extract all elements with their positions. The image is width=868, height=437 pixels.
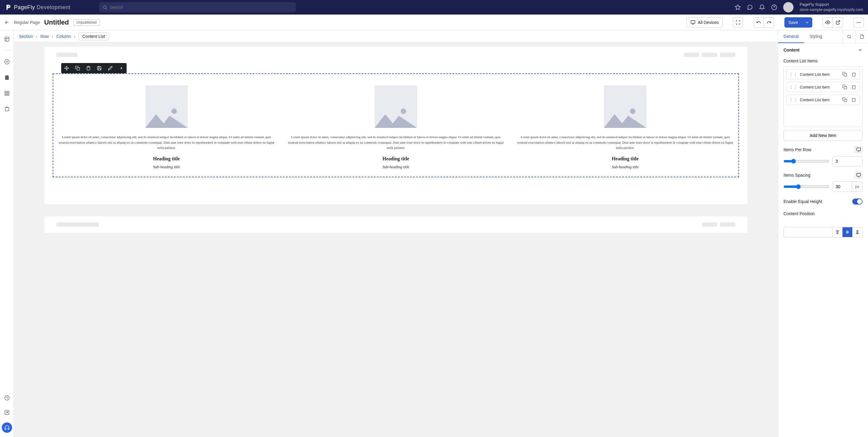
user-meta[interactable]: PageFly Support store-sample-pagefly.mys… xyxy=(800,2,863,12)
search-icon xyxy=(103,5,107,10)
bell-icon[interactable] xyxy=(759,4,765,10)
svg-rect-4 xyxy=(691,21,695,23)
user-shop-label: store-sample-pagefly.myshopify.com xyxy=(800,7,863,12)
status-badge: Unpublished xyxy=(73,19,100,26)
help-icon[interactable] xyxy=(771,4,777,10)
undo-button[interactable] xyxy=(753,17,764,28)
eye-icon xyxy=(825,20,830,25)
chevron-down-icon xyxy=(805,20,810,25)
svg-point-10 xyxy=(858,22,859,23)
save-button[interactable]: Save xyxy=(784,17,802,28)
svg-point-1 xyxy=(103,6,106,8)
redo-button[interactable] xyxy=(764,17,774,28)
svg-point-0 xyxy=(8,6,9,7)
svg-point-9 xyxy=(857,22,858,23)
page-header-bar: Regular Page Untitled Unpublished All De… xyxy=(0,14,868,30)
fullscreen-button[interactable] xyxy=(733,17,743,28)
external-link-icon xyxy=(836,20,840,25)
page-title: Untitled xyxy=(44,19,69,26)
save-dropdown-button[interactable] xyxy=(802,17,812,28)
brand-logo[interactable]: PageFly Development xyxy=(5,4,70,10)
top-navbar: PageFly Development PageFly Support stor… xyxy=(0,0,868,14)
search-input[interactable] xyxy=(110,5,292,10)
redo-icon xyxy=(767,20,771,25)
more-button[interactable] xyxy=(854,17,864,28)
back-arrow-icon[interactable] xyxy=(4,20,10,25)
desktop-icon xyxy=(690,20,695,25)
star-icon[interactable] xyxy=(735,4,741,10)
user-name-label: PageFly Support xyxy=(800,2,863,7)
svg-point-7 xyxy=(827,22,828,23)
svg-point-11 xyxy=(860,22,861,23)
all-devices-button[interactable]: All Devices xyxy=(687,17,723,28)
expand-icon xyxy=(736,20,741,25)
more-horizontal-icon xyxy=(856,20,861,25)
pagefly-logo-icon xyxy=(5,4,11,10)
undo-icon xyxy=(756,20,761,25)
preview-button[interactable] xyxy=(823,17,833,28)
brand-text: PageFly Development xyxy=(14,4,70,10)
avatar[interactable] xyxy=(783,2,794,12)
external-link-button[interactable] xyxy=(833,17,843,28)
page-type-label: Regular Page xyxy=(14,20,40,25)
svg-line-8 xyxy=(837,21,840,23)
search-box[interactable] xyxy=(99,2,296,12)
chat-icon[interactable] xyxy=(747,4,753,10)
